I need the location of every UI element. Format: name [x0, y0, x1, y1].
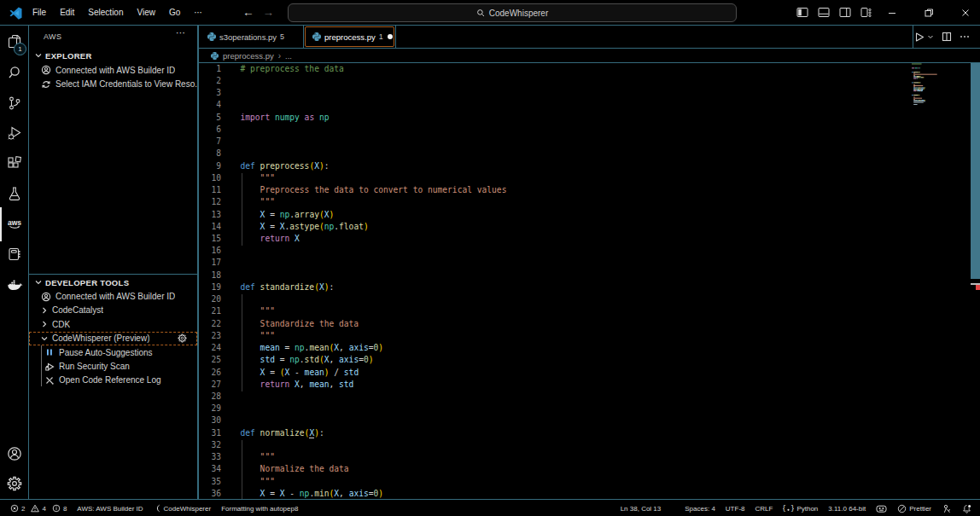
restore-button[interactable]	[910, 0, 947, 25]
toggle-panel-icon[interactable]	[818, 7, 830, 18]
activitybar-item-source-control[interactable]	[0, 88, 28, 119]
menu-go[interactable]: Go	[162, 0, 187, 25]
section-header-developer-tools[interactable]: DEVELOPER TOOLS	[29, 275, 197, 289]
run-dropdown-button[interactable]	[927, 33, 934, 40]
code-line-14: X = X.astype(np.float)	[241, 222, 369, 231]
sidebar-item-select-iam-credentials-to-view-reso[interactable]: Select IAM Credentials to View Reso...	[29, 77, 197, 90]
menu-more[interactable]: ⋯	[187, 0, 209, 25]
code-line-34: Normalize the data	[241, 464, 349, 473]
menu-file[interactable]: File	[26, 0, 53, 25]
tab-preprocess-py[interactable]: preprocess.py 1	[304, 26, 395, 48]
configure-gear-icon[interactable]	[178, 333, 187, 343]
python-file-icon	[312, 32, 321, 41]
activitybar-item-settings[interactable]	[0, 468, 28, 499]
sidebar-more-actions-button[interactable]: ⋯	[176, 27, 185, 38]
layout-controls	[796, 0, 872, 25]
line-number: 31	[201, 428, 221, 438]
status-cursor-position[interactable]: Ln 38, Col 13	[615, 500, 667, 516]
activitybar-item-testing[interactable]	[0, 178, 28, 209]
sidebar-item-cdk[interactable]: CDK	[29, 317, 197, 331]
activitybar-item-search[interactable]	[0, 57, 28, 88]
code-line-33: """	[241, 452, 275, 461]
copilot-icon	[876, 504, 887, 513]
modified-dot-icon[interactable]	[388, 34, 393, 39]
toggle-sidebar-icon[interactable]	[796, 7, 808, 18]
sidebar-item-run-security-scan[interactable]: Run Security Scan	[29, 359, 197, 373]
activitybar-item-accounts[interactable]	[0, 438, 28, 469]
line-number: 28	[201, 391, 221, 401]
status-copilot[interactable]	[871, 500, 892, 516]
code-line-31: def normalize(X):	[241, 428, 324, 438]
line-number: 7	[201, 136, 221, 146]
minimap[interactable]	[912, 63, 971, 114]
slash-circle-icon	[897, 504, 907, 513]
run-button[interactable]	[913, 32, 925, 43]
activitybar-item-run-debug[interactable]	[0, 118, 28, 148]
toggle-secondary-sidebar-icon[interactable]	[839, 7, 851, 18]
line-number: 11	[201, 185, 221, 194]
menu-selection[interactable]: Selection	[81, 0, 130, 25]
line-number: 23	[201, 331, 221, 340]
status-prettier[interactable]: Prettier	[892, 500, 936, 516]
indent-guide	[242, 440, 242, 452]
status-language-mode[interactable]: { }Python	[778, 500, 823, 516]
code-editor[interactable]: 1234567891011121314151617181920212223242…	[199, 63, 980, 499]
editor-scrollbar[interactable]	[971, 63, 980, 499]
split-editor-button[interactable]	[942, 32, 952, 42]
account-icon	[41, 292, 51, 302]
status-indentation[interactable]: Spaces: 4	[680, 500, 720, 516]
sidebar-item-connected-with-aws-builder-id[interactable]: Connected with AWS Builder ID	[29, 289, 197, 303]
line-number: 20	[201, 294, 221, 304]
status-notifications[interactable]	[957, 500, 977, 516]
more-actions-button[interactable]	[960, 32, 970, 42]
sync-icon	[41, 79, 51, 90]
tree-indent-guide	[41, 345, 42, 386]
tab-s3operations-py[interactable]: s3operations.py 5	[199, 26, 303, 48]
line-number: 35	[201, 477, 221, 486]
menu-view[interactable]: View	[131, 0, 163, 25]
line-number: 3	[201, 88, 221, 97]
minimize-button[interactable]	[873, 0, 910, 25]
account-icon	[41, 65, 51, 75]
sidebar-item-connected-with-aws-builder-id[interactable]: Connected with AWS Builder ID	[29, 63, 197, 77]
line-number: 27	[201, 380, 221, 389]
breadcrumb-file[interactable]: preprocess.py	[223, 51, 274, 61]
section-divider	[29, 274, 197, 275]
command-center-search[interactable]: CodeWhisperer	[288, 3, 737, 22]
status-python-interpreter[interactable]: 3.11.0 64-bit	[823, 500, 871, 516]
status-problems[interactable]: 248	[5, 500, 72, 516]
error-icon	[10, 504, 19, 513]
activitybar-item-notebook[interactable]	[0, 239, 28, 270]
status-eol[interactable]: CRLF	[750, 500, 779, 516]
code-line-1: # preprocess the data	[241, 64, 344, 73]
status-codewhisperer[interactable]: CodeWhisperer	[149, 500, 217, 516]
sidebar-item-codecatalyst[interactable]: CodeCatalyst	[29, 304, 197, 317]
activity-bar: 1aws	[0, 26, 29, 499]
breadcrumb[interactable]: preprocess.py › ...	[199, 49, 980, 63]
sidebar-item-codewhisperer-preview[interactable]: CodeWhisperer (Preview)	[29, 332, 197, 345]
sidebar-item-open-code-reference-log[interactable]: Open Code Reference Log	[29, 374, 197, 387]
breadcrumb-symbol[interactable]: ...	[285, 51, 292, 61]
menu-edit[interactable]: Edit	[53, 0, 81, 25]
scrollbar-slider[interactable]	[971, 63, 980, 279]
status-aws-connection[interactable]: AWS: AWS Builder ID	[72, 500, 148, 516]
code-line-23: """	[241, 331, 275, 340]
history-back-button[interactable]: ←	[242, 6, 254, 19]
activitybar-item-docker[interactable]	[0, 270, 28, 300]
scan-icon	[44, 362, 55, 372]
history-forward-button[interactable]: →	[263, 6, 275, 19]
status-feedback[interactable]	[936, 500, 957, 516]
activitybar-item-aws[interactable]: aws	[0, 209, 28, 240]
status-encoding[interactable]: UTF-8	[720, 500, 750, 516]
status-formatting[interactable]: Formatting with autopep8	[216, 500, 303, 516]
chevron-down-icon	[32, 51, 45, 60]
sidebar-item-pause-auto-suggestions[interactable]: Pause Auto-Suggestions	[29, 345, 197, 359]
code-line-24: mean = np.mean(X, axis=0)	[241, 343, 384, 352]
close-button[interactable]	[947, 0, 980, 25]
tab-problems-badge: 5	[280, 32, 284, 41]
activitybar-item-extensions[interactable]	[0, 148, 28, 179]
section-header-explorer[interactable]: EXPLORER	[29, 49, 197, 62]
customize-layout-icon[interactable]	[860, 7, 872, 18]
chevron-down-icon	[40, 334, 49, 343]
activitybar-item-explorer[interactable]: 1	[0, 26, 28, 57]
